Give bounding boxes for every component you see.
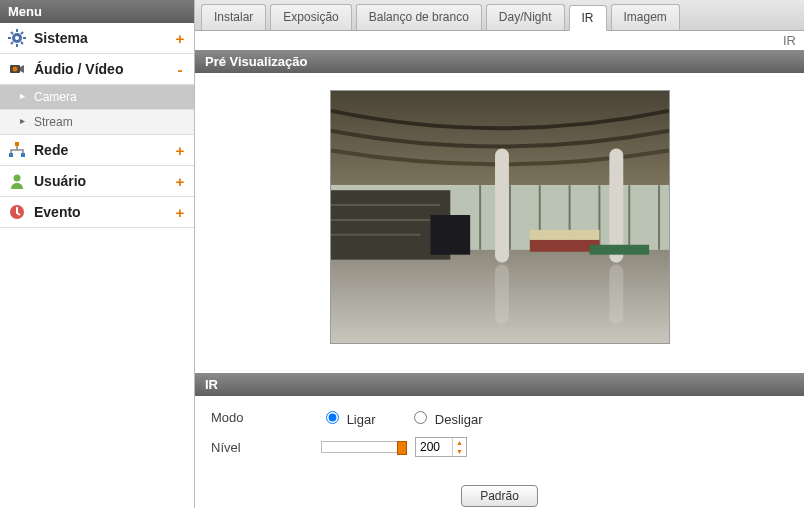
tabbar: Instalar Exposição Balanço de branco Day… <box>195 0 804 31</box>
sidebar-item-label: Evento <box>34 204 174 220</box>
preview-header: Pré Visualização <box>195 50 804 73</box>
tab-balanco[interactable]: Balanço de branco <box>356 4 482 30</box>
user-icon <box>8 172 26 190</box>
expand-icon: + <box>174 30 186 47</box>
svg-rect-26 <box>430 215 470 255</box>
spinner-arrows: ▲ ▼ <box>452 438 466 456</box>
network-icon <box>8 141 26 159</box>
settings-panel: Modo Ligar Desligar Nível <box>195 396 804 479</box>
sidebar-item-label: Rede <box>34 142 174 158</box>
mode-off-radio[interactable] <box>414 411 427 424</box>
level-slider[interactable] <box>321 441 407 453</box>
sidebar-item-sistema[interactable]: Sistema + <box>0 23 194 54</box>
svg-point-3 <box>13 67 18 72</box>
breadcrumb: IR <box>195 31 804 50</box>
mode-label: Modo <box>211 410 321 425</box>
submenu-item-label: Camera <box>34 90 77 104</box>
settings-header: IR <box>195 373 804 396</box>
sidebar-item-audio-video[interactable]: Áudio / Vídeo - <box>0 54 194 85</box>
level-spinner[interactable]: ▲ ▼ <box>415 437 467 457</box>
sidebar-item-label: Usuário <box>34 173 174 189</box>
submenu-item-camera[interactable]: Camera <box>0 85 194 110</box>
level-label: Nível <box>211 440 321 455</box>
mode-on-radio[interactable] <box>326 411 339 424</box>
svg-rect-27 <box>529 240 599 252</box>
preview-area <box>195 73 804 373</box>
tab-ir[interactable]: IR <box>569 5 607 31</box>
gear-icon <box>8 29 26 47</box>
mode-radios: Ligar Desligar <box>321 408 512 427</box>
svg-rect-4 <box>15 142 19 146</box>
spinner-up-icon[interactable]: ▲ <box>453 438 466 447</box>
sidebar-item-evento[interactable]: Evento + <box>0 197 194 228</box>
mode-off-option[interactable]: Desligar <box>409 412 482 427</box>
event-icon <box>8 203 26 221</box>
tab-imagem[interactable]: Imagem <box>611 4 680 30</box>
expand-icon: + <box>174 142 186 159</box>
mode-on-label: Ligar <box>347 412 376 427</box>
svg-rect-24 <box>495 149 509 263</box>
sidebar-item-label: Sistema <box>34 30 174 46</box>
tab-daynight[interactable]: Day/Night <box>486 4 565 30</box>
default-button-row: Padrão <box>195 479 804 508</box>
menu-title: Menu <box>0 0 194 23</box>
mode-off-label: Desligar <box>435 412 483 427</box>
mode-on-option[interactable]: Ligar <box>321 412 379 427</box>
row-mode: Modo Ligar Desligar <box>211 408 788 427</box>
spinner-down-icon[interactable]: ▼ <box>453 447 466 456</box>
main-content: Instalar Exposição Balanço de branco Day… <box>195 0 804 508</box>
tab-exposicao[interactable]: Exposição <box>270 4 351 30</box>
svg-rect-28 <box>529 230 599 240</box>
svg-rect-29 <box>589 245 649 255</box>
sidebar: Menu Sistema + Áudio / Vídeo - Camera St… <box>0 0 195 508</box>
sidebar-item-rede[interactable]: Rede + <box>0 135 194 166</box>
submenu-item-label: Stream <box>34 115 73 129</box>
collapse-icon: - <box>174 61 186 78</box>
svg-rect-5 <box>9 153 13 157</box>
svg-rect-30 <box>495 265 509 325</box>
expand-icon: + <box>174 204 186 221</box>
sidebar-item-label: Áudio / Vídeo <box>34 61 174 77</box>
default-button[interactable]: Padrão <box>461 485 538 507</box>
submenu-audio-video: Camera Stream <box>0 85 194 135</box>
expand-icon: + <box>174 173 186 190</box>
level-input[interactable] <box>416 438 452 456</box>
svg-rect-6 <box>21 153 25 157</box>
submenu-item-stream[interactable]: Stream <box>0 110 194 135</box>
camera-icon <box>8 60 26 78</box>
row-level: Nível ▲ ▼ <box>211 437 788 457</box>
svg-point-7 <box>14 175 21 182</box>
svg-point-1 <box>15 36 19 40</box>
preview-image <box>330 90 670 344</box>
slider-handle[interactable] <box>397 441 407 455</box>
svg-rect-31 <box>609 265 623 325</box>
tab-instalar[interactable]: Instalar <box>201 4 266 30</box>
sidebar-item-usuario[interactable]: Usuário + <box>0 166 194 197</box>
